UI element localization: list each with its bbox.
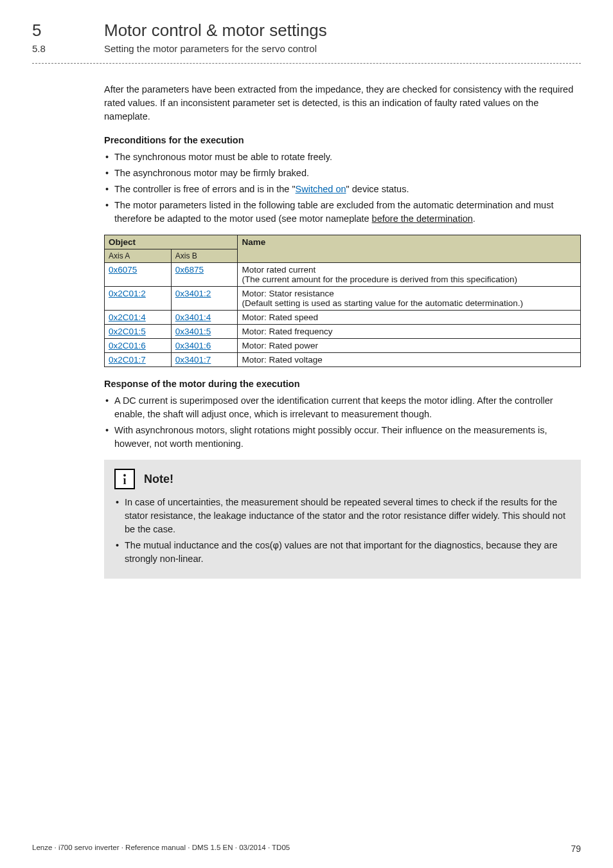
- table-row: 0x2C01:50x3401:5Motor: Rated frequency: [105, 325, 581, 339]
- underlined-text: before the determination: [372, 213, 473, 224]
- list-item: With asynchronous motors, slight rotatio…: [104, 424, 581, 451]
- text: .: [473, 213, 475, 224]
- note-title: Note!: [144, 473, 173, 486]
- th-axis-b: Axis B: [171, 249, 238, 263]
- table-row: 0x2C01:20x3401:2Motor: Stator resistance…: [105, 287, 581, 311]
- object-table: Object Name Axis A Axis B 0x60750x6875Mo…: [104, 235, 581, 367]
- list-item: The motor parameters listed in the follo…: [104, 199, 581, 226]
- page-number: 79: [571, 844, 581, 854]
- object-link-axis-b[interactable]: 0x3401:5: [175, 327, 211, 336]
- table-row: 0x60750x6875Motor rated current(The curr…: [105, 263, 581, 287]
- object-link-axis-b[interactable]: 0x3401:4: [175, 312, 211, 322]
- list-item: A DC current is superimposed over the id…: [104, 394, 581, 421]
- table-row: 0x2C01:60x3401:6Motor: Rated power: [105, 339, 581, 353]
- object-link-axis-a[interactable]: 0x6075: [109, 265, 137, 275]
- table-row: 0x2C01:70x3401:7Motor: Rated voltage: [105, 353, 581, 367]
- text: The motor parameters listed in the follo…: [114, 200, 553, 224]
- info-icon: ●ı: [114, 469, 135, 489]
- chapter-title: Motor control & motor settings: [104, 21, 327, 41]
- cell-name: Motor rated current(The current amount f…: [238, 263, 581, 287]
- response-heading: Response of the motor during the executi…: [104, 379, 581, 389]
- table-row: 0x2C01:40x3401:4Motor: Rated speed: [105, 311, 581, 325]
- divider: [32, 63, 581, 64]
- section-title: Setting the motor parameters for the ser…: [104, 43, 317, 54]
- text: The controller is free of errors and is …: [114, 184, 296, 194]
- list-item: The synchronous motor must be able to ro…: [104, 150, 581, 164]
- object-link-axis-a[interactable]: 0x2C01:2: [109, 289, 146, 298]
- th-axis-a: Axis A: [105, 249, 172, 263]
- switched-on-link[interactable]: Switched on: [296, 184, 346, 194]
- text: " device status.: [346, 184, 409, 194]
- th-name: Name: [238, 235, 581, 263]
- chapter-number: 5: [32, 21, 77, 41]
- cell-name: Motor: Rated voltage: [238, 353, 581, 367]
- note-box: ●ı Note! // nothing here; icon glyph set…: [104, 460, 581, 579]
- cell-name: Motor: Rated speed: [238, 311, 581, 325]
- object-link-axis-b[interactable]: 0x6875: [175, 265, 204, 275]
- list-item: The controller is free of errors and is …: [104, 183, 581, 196]
- object-link-axis-a[interactable]: 0x2C01:4: [109, 312, 146, 322]
- object-link-axis-b[interactable]: 0x3401:7: [175, 355, 211, 365]
- cell-name: Motor: Stator resistance(Default setting…: [238, 287, 581, 311]
- th-object: Object: [105, 235, 238, 249]
- list-item: The mutual inductance and the cos(φ) val…: [114, 539, 571, 566]
- footer-text: Lenze · i700 servo inverter · Reference …: [32, 844, 290, 854]
- intro-paragraph: After the parameters have been extracted…: [104, 83, 581, 123]
- object-link-axis-a[interactable]: 0x2C01:5: [109, 327, 146, 336]
- list-item: In case of uncertainties, the measuremen…: [114, 496, 571, 536]
- section-number: 5.8: [32, 43, 77, 54]
- cell-name: Motor: Rated power: [238, 339, 581, 353]
- list-item: The asynchronous motor may be firmly bra…: [104, 167, 581, 180]
- object-link-axis-b[interactable]: 0x3401:6: [175, 341, 211, 350]
- cell-name: Motor: Rated frequency: [238, 325, 581, 339]
- object-link-axis-b[interactable]: 0x3401:2: [175, 289, 211, 298]
- preconditions-heading: Preconditions for the execution: [104, 135, 581, 145]
- object-link-axis-a[interactable]: 0x2C01:6: [109, 341, 146, 350]
- object-link-axis-a[interactable]: 0x2C01:7: [109, 355, 146, 365]
